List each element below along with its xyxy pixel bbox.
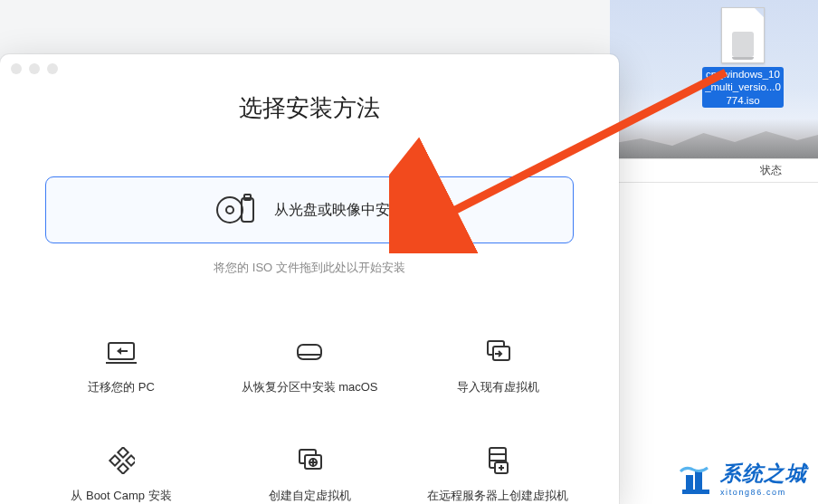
- custom-vm-icon: [293, 446, 326, 475]
- primary-option-label: 从光盘或映像中安装: [274, 201, 404, 220]
- option-label: 从恢复分区中安装 macOS: [242, 379, 378, 395]
- install-from-disc-image-option[interactable]: 从光盘或映像中安装: [45, 176, 574, 243]
- watermark-logo-icon: [677, 462, 713, 495]
- custom-vm-option[interactable]: 创建自定虚拟机: [215, 439, 404, 504]
- disc-usb-icon: [214, 193, 258, 227]
- window-traffic-lights[interactable]: [11, 63, 58, 74]
- iso-file-label: cn_windows_10_multi_versio...0774.iso: [702, 67, 784, 108]
- import-vm-option[interactable]: 导入现有虚拟机: [404, 330, 592, 403]
- col-status: 状态: [760, 163, 782, 178]
- svg-rect-13: [118, 463, 128, 473]
- option-label: 迁移您的 PC: [88, 379, 155, 395]
- svg-point-0: [217, 197, 243, 223]
- iso-file-icon: [721, 7, 765, 63]
- svg-rect-30: [686, 475, 693, 490]
- remote-vm-icon: [481, 446, 514, 475]
- svg-rect-29: [682, 490, 709, 494]
- bootcamp-option[interactable]: 从 Boot Camp 安装: [27, 439, 215, 504]
- svg-rect-14: [109, 455, 119, 465]
- option-label: 在远程服务器上创建虚拟机: [427, 488, 568, 504]
- svg-rect-31: [695, 470, 702, 490]
- close-icon[interactable]: [11, 63, 22, 74]
- option-label: 从 Boot Camp 安装: [71, 488, 171, 504]
- svg-rect-7: [298, 345, 321, 359]
- dialog-title: 选择安装方法: [0, 92, 619, 124]
- svg-point-1: [226, 206, 233, 214]
- watermark-title: 系统之城: [720, 460, 807, 488]
- option-label: 导入现有虚拟机: [457, 379, 539, 395]
- minimize-icon[interactable]: [29, 63, 40, 74]
- svg-rect-15: [126, 455, 135, 465]
- migrate-pc-option[interactable]: 迁移您的 PC: [27, 330, 215, 403]
- bootcamp-icon: [105, 446, 138, 475]
- watermark: 系统之城 xitong86.com: [677, 460, 807, 497]
- import-vm-icon: [481, 338, 514, 366]
- svg-rect-12: [118, 447, 128, 457]
- desktop-iso-file[interactable]: cn_windows_10_multi_versio...0774.iso: [702, 7, 784, 108]
- option-grid: 迁移您的 PC 从恢复分区中安装 macOS 导入现有虚拟机: [27, 330, 592, 504]
- install-method-dialog: 选择安装方法 从光盘或映像中安装 将您的 ISO 文件拖到此处以开始安装: [0, 54, 619, 504]
- vm-list-header: 状态: [610, 159, 818, 183]
- wallpaper-mountain: [610, 122, 818, 158]
- recovery-icon: [293, 338, 326, 366]
- option-label: 创建自定虚拟机: [269, 488, 351, 504]
- zoom-icon[interactable]: [47, 63, 58, 74]
- install-macos-recovery-option[interactable]: 从恢复分区中安装 macOS: [215, 330, 404, 403]
- migrate-pc-icon: [105, 338, 138, 366]
- drag-iso-hint: 将您的 ISO 文件拖到此处以开始安装: [0, 260, 619, 276]
- watermark-url: xitong86.com: [720, 488, 807, 497]
- vm-list-panel: 状态: [610, 158, 818, 504]
- remote-vm-option[interactable]: 在远程服务器上创建虚拟机: [404, 439, 592, 504]
